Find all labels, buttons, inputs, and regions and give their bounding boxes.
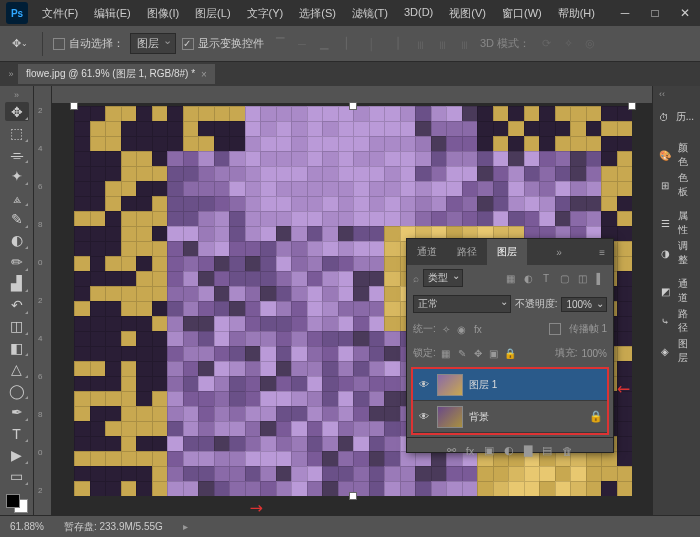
transform-handle-bc[interactable] [349, 492, 357, 500]
tab-channels[interactable]: 通道 [407, 239, 447, 265]
scratch-disk-status[interactable]: 暂存盘: 233.9M/5.55G [64, 520, 163, 534]
marquee-tool[interactable]: ⬚ [5, 123, 29, 142]
menu-item[interactable]: 视图(V) [441, 6, 494, 21]
menu-item[interactable]: 3D(D) [396, 6, 441, 21]
layer-thumbnail[interactable] [437, 374, 463, 396]
menu-item[interactable]: 文字(Y) [239, 6, 292, 21]
close-button[interactable]: ✕ [670, 3, 700, 23]
lock-position-icon[interactable]: ✥ [472, 348, 484, 359]
filter-adjust-icon[interactable]: ◐ [521, 271, 535, 285]
pen-tool[interactable]: ✒ [5, 402, 29, 421]
filter-text-icon[interactable]: T [539, 271, 553, 285]
auto-select-checkbox[interactable]: 自动选择： [53, 36, 124, 51]
show-transform-checkbox[interactable]: 显示变换控件 [182, 36, 264, 51]
brush-tool[interactable]: ✏ [5, 252, 29, 271]
close-tab-icon[interactable]: × [201, 69, 207, 80]
tab-layers[interactable]: 图层 [487, 239, 527, 265]
properties-panel-button[interactable]: ☰属性 [653, 208, 700, 238]
layers-panel-button[interactable]: ◈图层 [653, 336, 700, 366]
menu-item[interactable]: 图层(L) [187, 6, 238, 21]
expand-tabs-icon[interactable]: » [4, 69, 18, 79]
layer-fx-icon[interactable]: fx [466, 445, 475, 457]
eyedropper-tool[interactable]: ✎ [5, 209, 29, 228]
document-tab[interactable]: flowe.jpg @ 61.9% (图层 1, RGB/8#) * × [18, 64, 215, 84]
blend-mode-dropdown[interactable]: 正常 [413, 295, 511, 313]
transform-handle-tc[interactable] [349, 102, 357, 110]
dock-expand-icon[interactable]: ‹‹ [653, 86, 667, 102]
delete-layer-icon[interactable]: 🗑 [562, 445, 573, 457]
panel-collapse-icon[interactable]: » [548, 247, 570, 258]
align-hcenter-icon[interactable]: │ [362, 34, 382, 54]
clone-stamp-tool[interactable]: ▟ [5, 274, 29, 293]
align-top-icon[interactable]: ▔ [270, 34, 290, 54]
menu-item[interactable]: 图像(I) [139, 6, 187, 21]
zoom-level[interactable]: 61.88% [10, 521, 44, 532]
tab-paths[interactable]: 路径 [447, 239, 487, 265]
distribute-3-icon[interactable]: ⫼ [454, 34, 474, 54]
new-layer-icon[interactable]: ▤ [542, 444, 552, 457]
panel-menu-icon[interactable]: ≡ [591, 247, 613, 258]
lock-artboard-icon[interactable]: ▣ [488, 348, 500, 359]
menu-item[interactable]: 滤镜(T) [344, 6, 396, 21]
crop-tool[interactable]: ⟁ [5, 188, 29, 207]
align-right-icon[interactable]: ▕ [384, 34, 404, 54]
layer-mask-icon[interactable]: ▣ [484, 444, 494, 457]
type-tool[interactable]: T [5, 424, 29, 443]
lasso-tool[interactable]: ⌯ [5, 145, 29, 164]
paths-panel-button[interactable]: ⤷路径 [653, 306, 700, 336]
unify-position-icon[interactable]: ✧ [440, 324, 452, 335]
gradient-tool[interactable]: ◧ [5, 338, 29, 357]
opacity-input[interactable]: 100% [561, 297, 607, 312]
layer-thumbnail[interactable] [437, 406, 463, 428]
distribute-v-icon[interactable]: ⫼ [410, 34, 430, 54]
transform-handle-tl[interactable] [70, 102, 78, 110]
transform-handle-tr[interactable] [628, 102, 636, 110]
3d-rotate-icon[interactable]: ⟳ [536, 34, 556, 54]
3d-zoom-icon[interactable]: ◎ [580, 34, 600, 54]
layer-name[interactable]: 背景 [469, 410, 489, 424]
layer-group-icon[interactable]: ▇ [524, 444, 532, 457]
menu-item[interactable]: 文件(F) [34, 6, 86, 21]
history-brush-tool[interactable]: ↶ [5, 295, 29, 314]
shape-tool[interactable]: ▭ [5, 467, 29, 486]
toolbar-expand-icon[interactable]: » [10, 90, 24, 100]
adjustments-panel-button[interactable]: ◑调整 [653, 238, 700, 268]
layer-row-1[interactable]: 👁 图层 1 [413, 369, 607, 401]
filter-type-dropdown[interactable]: 类型 [423, 269, 463, 287]
3d-pan-icon[interactable]: ✧ [558, 34, 578, 54]
move-tool[interactable]: ✥ [5, 102, 29, 121]
menu-item[interactable]: 窗口(W) [494, 6, 550, 21]
magic-wand-tool[interactable]: ✦ [5, 166, 29, 185]
dodge-tool[interactable]: ◯ [5, 381, 29, 400]
fill-input[interactable]: 100% [581, 348, 607, 359]
menu-item[interactable]: 帮助(H) [550, 6, 603, 21]
align-bottom-icon[interactable]: ▁ [314, 34, 334, 54]
align-left-icon[interactable]: ▏ [340, 34, 360, 54]
layer-name[interactable]: 图层 1 [469, 378, 497, 392]
healing-tool[interactable]: ◐ [5, 231, 29, 250]
move-tool-indicator[interactable]: ✥⌄ [8, 32, 32, 56]
lock-all-icon[interactable]: 🔒 [504, 348, 516, 359]
distribute-h-icon[interactable]: ⫼ [432, 34, 452, 54]
adjustment-layer-icon[interactable]: ◐ [504, 444, 514, 457]
status-arrow-icon[interactable]: ▸ [183, 521, 188, 532]
color-swatches[interactable] [4, 492, 30, 515]
layer-row-background[interactable]: 👁 背景 🔒 [413, 401, 607, 433]
auto-select-dropdown[interactable]: 图层 [130, 33, 176, 54]
lock-brush-icon[interactable]: ✎ [456, 348, 468, 359]
maximize-button[interactable]: □ [640, 3, 670, 23]
visibility-toggle-icon[interactable]: 👁 [417, 411, 431, 422]
filter-toggle-icon[interactable]: ▌ [593, 271, 607, 285]
eraser-tool[interactable]: ◫ [5, 317, 29, 336]
filter-pixel-icon[interactable]: ▦ [503, 271, 517, 285]
link-layers-icon[interactable]: ⚯ [447, 444, 456, 457]
visibility-toggle-icon[interactable]: 👁 [417, 379, 431, 390]
channels-panel-button[interactable]: ◩通道 [653, 276, 700, 306]
color-panel-button[interactable]: 🎨颜色 [653, 140, 700, 170]
path-selection-tool[interactable]: ▶ [5, 445, 29, 464]
menu-item[interactable]: 编辑(E) [86, 6, 139, 21]
blur-tool[interactable]: △ [5, 359, 29, 378]
menu-item[interactable]: 选择(S) [291, 6, 344, 21]
foreground-color-swatch[interactable] [6, 494, 20, 508]
align-vcenter-icon[interactable]: ─ [292, 34, 312, 54]
